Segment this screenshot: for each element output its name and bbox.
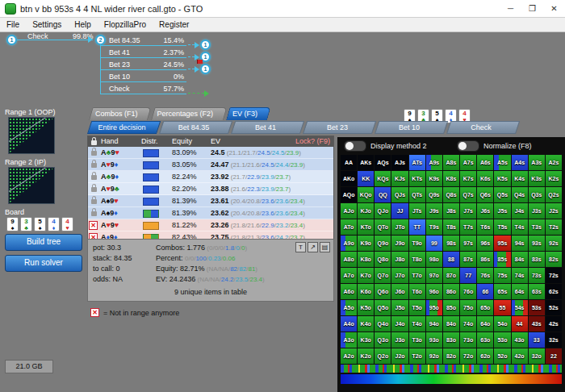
matrix-cell-ajs[interactable]: AJs	[391, 155, 408, 170]
matrix-cell-87s[interactable]: 87s	[460, 252, 476, 267]
matrix-cell-ats[interactable]: ATs	[409, 155, 425, 170]
matrix-cell-j8o[interactable]: J8o	[391, 252, 408, 267]
lock-icon[interactable]	[91, 199, 97, 204]
board-cards[interactable]: 9♠3♣5♠4♦4♥	[6, 217, 73, 231]
matrix-cell-84o[interactable]: 84o	[443, 316, 459, 332]
matrix-cell-j2s[interactable]: J2s	[546, 203, 562, 219]
matrix-cell-aqo[interactable]: AQo	[341, 187, 357, 202]
matrix-cell-a7s[interactable]: A7s	[460, 155, 476, 170]
matrix-cell-t2o[interactable]: T2o	[409, 348, 425, 364]
tree-branch-bet-10[interactable]: Bet 100%	[101, 72, 186, 82]
toggle-switch-icon[interactable]	[457, 140, 479, 152]
matrix-cell-65s[interactable]: 65s	[494, 284, 510, 299]
matrix-cell-a2s[interactable]: A2s	[546, 155, 562, 170]
matrix-cell-q9o[interactable]: Q9o	[375, 236, 391, 251]
menu-item-file[interactable]: File	[0, 20, 26, 29]
matrix-cell-jj[interactable]: JJ	[391, 203, 408, 219]
matrix-cell-kk[interactable]: KK	[358, 171, 374, 186]
matrix-cell-64o[interactable]: 64o	[477, 316, 493, 332]
tree-branch-bet-41[interactable]: Bet 412.37%	[101, 48, 186, 58]
matrix-cell-k5o[interactable]: K5o	[358, 300, 374, 315]
col-lock[interactable]: Lock? (F9)	[295, 136, 330, 147]
matrix-cell-55[interactable]: 55	[494, 300, 510, 315]
matrix-cell-92s[interactable]: 92s	[546, 236, 562, 251]
lock-icon[interactable]	[91, 211, 97, 216]
matrix-cell-j7s[interactable]: J7s	[460, 203, 476, 219]
matrix-cell-q8s[interactable]: Q8s	[443, 187, 459, 202]
matrix-cell-t7s[interactable]: T7s	[460, 219, 476, 235]
matrix-cell-j3o[interactable]: J3o	[391, 332, 408, 348]
matrix-cell-q5o[interactable]: Q5o	[375, 300, 391, 315]
matrix-cell-kto[interactable]: KTo	[358, 219, 374, 235]
matrix-cell-q6o[interactable]: Q6o	[375, 284, 391, 299]
matrix-cell-kqs[interactable]: KQs	[375, 171, 391, 186]
range1-thumbnail[interactable]	[8, 117, 55, 154]
matrix-cell-42o[interactable]: 42o	[512, 348, 528, 364]
matrix-cell-54s[interactable]: 54s	[512, 300, 528, 315]
matrix-cell-k7o[interactable]: K7o	[358, 268, 374, 283]
matrix-cell-k4s[interactable]: K4s	[512, 171, 528, 186]
matrix-cell-q7s[interactable]: Q7s	[460, 187, 476, 202]
matrix-cell-62s[interactable]: 62s	[546, 284, 562, 299]
matrix-cell-63s[interactable]: 63s	[529, 284, 545, 299]
matrix-cell-j6s[interactable]: J6s	[477, 203, 493, 219]
matrix-cell-a9s[interactable]: A9s	[426, 155, 442, 170]
matrix-cell-42s[interactable]: 42s	[546, 316, 562, 332]
matrix-cell-kjs[interactable]: KJs	[391, 171, 408, 186]
matrix-cell-98o[interactable]: 98o	[426, 252, 442, 267]
col-ev[interactable]: EV	[211, 136, 220, 147]
table-row[interactable]: A♥9♣82.20%23.88 (21.6/22.3/23.9/23.7)	[88, 183, 333, 195]
matrix-cell-k5s[interactable]: K5s	[494, 171, 510, 186]
table-row[interactable]: A♣9♦82.24%23.92 (21.7/22.9/23.9/23.7)	[88, 171, 333, 183]
normalize-toggle[interactable]: Normalize (F8)	[457, 140, 532, 152]
matrix-cell-k3s[interactable]: K3s	[529, 171, 545, 186]
matrix-cell-j5s[interactable]: J5s	[494, 203, 510, 219]
matrix-cell-tt[interactable]: TT	[409, 219, 425, 235]
matrix-cell-k2o[interactable]: K2o	[358, 348, 374, 364]
matrix-cell-95s[interactable]: 95s	[494, 236, 510, 251]
table-row[interactable]: ✕A♥9♥81.22%23.26 (21.8/21.6/22.9/23.2/23…	[88, 219, 333, 231]
matrix-cell-a8s[interactable]: A8s	[443, 155, 459, 170]
col-distr[interactable]: Distr.	[141, 136, 158, 147]
matrix-cell-k8s[interactable]: K8s	[443, 171, 459, 186]
matrix-cell-q7o[interactable]: Q7o	[375, 268, 391, 283]
matrix-cell-t5o[interactable]: T5o	[409, 300, 425, 315]
matrix-cell-a8o[interactable]: A8o	[341, 252, 357, 267]
lock-icon[interactable]	[91, 175, 97, 180]
subtab-check[interactable]: Check	[446, 121, 516, 134]
matrix-cell-k6o[interactable]: K6o	[358, 284, 374, 299]
lock-icon[interactable]	[91, 163, 97, 168]
matrix-cell-a3s[interactable]: A3s	[529, 155, 545, 170]
matrix-cell-j8s[interactable]: J8s	[443, 203, 459, 219]
matrix-cell-a6s[interactable]: A6s	[477, 155, 493, 170]
col-hand[interactable]: Hand	[101, 136, 119, 147]
matrix-cell-75s[interactable]: 75s	[494, 268, 510, 283]
matrix-cell-q8o[interactable]: Q8o	[375, 252, 391, 267]
subtab-bet-23[interactable]: Bet 23	[303, 121, 372, 134]
matrix-cell-92o[interactable]: 92o	[426, 348, 442, 364]
matrix-cell-qq[interactable]: QQ	[375, 187, 391, 202]
matrix-cell-qts[interactable]: QTs	[409, 187, 425, 202]
matrix-cell-aa[interactable]: AA	[341, 155, 357, 170]
tree-branch-check[interactable]: Check57.7%	[101, 84, 186, 94]
matrix-cell-98s[interactable]: 98s	[443, 236, 459, 251]
minimize-button[interactable]: ─	[500, 0, 521, 17]
matrix-cell-99[interactable]: 99	[426, 236, 442, 251]
tree-branch-bet-84-35[interactable]: Bet 84.3515.4%	[101, 35, 186, 46]
matrix-cell-j5o[interactable]: J5o	[391, 300, 408, 315]
matrix-cell-j4o[interactable]: J4o	[391, 316, 408, 332]
matrix-cell-95o[interactable]: 95o	[426, 300, 442, 315]
tree-node-circle[interactable]: 1	[200, 40, 211, 50]
matrix-cell-54o[interactable]: 54o	[494, 316, 510, 332]
matrix-cell-a4s[interactable]: A4s	[512, 155, 528, 170]
tree-node-circle[interactable]: 1	[200, 64, 211, 74]
matrix-cell-43s[interactable]: 43s	[529, 316, 545, 332]
menu-item-register[interactable]: Register	[153, 20, 195, 29]
matrix-cell-a5s[interactable]: A5s	[494, 155, 510, 170]
matrix-cell-ako[interactable]: AKo	[341, 171, 357, 186]
matrix-cell-43o[interactable]: 43o	[512, 332, 528, 348]
matrix-cell-j9s[interactable]: J9s	[426, 203, 442, 219]
table-row[interactable]: A♠9♦81.39%23.62 (20.4/20.8/23.6/23.6/23.…	[88, 207, 333, 219]
run-solver-button[interactable]: Run solver	[5, 255, 82, 272]
subtab-entire-decision[interactable]: Entire decision	[87, 121, 157, 134]
